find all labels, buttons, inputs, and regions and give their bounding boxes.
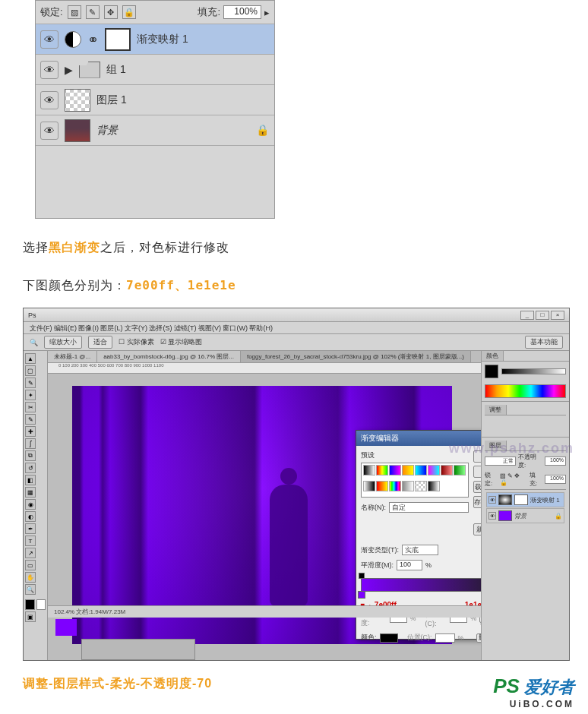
- lasso-tool-icon[interactable]: ✎: [25, 378, 36, 388]
- blur-tool-icon[interactable]: ◉: [25, 499, 36, 510]
- doc-tab[interactable]: 未标题-1 @...: [48, 351, 97, 362]
- eye-icon[interactable]: 👁: [488, 496, 496, 504]
- color-spectrum[interactable]: [485, 384, 566, 398]
- gradient-presets: [361, 463, 469, 498]
- mini-layer-row[interactable]: 👁 渐变映射 1: [486, 492, 564, 507]
- opacity-mini-input[interactable]: 100%: [545, 457, 566, 466]
- close-icon[interactable]: ×: [551, 311, 564, 320]
- opt-zoom-size[interactable]: 缩放大小: [44, 336, 82, 349]
- path-tool-icon[interactable]: ↗: [25, 548, 36, 558]
- gradient-tool-icon[interactable]: ▦: [25, 487, 36, 498]
- mini-adj-thumb: [498, 494, 512, 505]
- visibility-icon[interactable]: 👁: [40, 91, 58, 109]
- color-swatch[interactable]: [380, 633, 398, 643]
- canvas-area: 未标题-1 @... aab33_by_bombstock-d6g...jpg …: [48, 351, 481, 660]
- lock-paint-icon[interactable]: ✎: [86, 5, 100, 19]
- blend-mode-select[interactable]: 正常: [485, 457, 516, 466]
- visibility-icon[interactable]: 👁: [40, 122, 58, 140]
- mini-thumb[interactable]: [55, 619, 77, 636]
- tab-adjust[interactable]: 调整: [485, 405, 507, 415]
- move-tool-icon[interactable]: ▲: [25, 353, 36, 364]
- layer-name: 组 1: [106, 63, 126, 77]
- percent-label: %: [425, 561, 432, 569]
- minimize-icon[interactable]: _: [520, 311, 534, 320]
- lock-all-icon[interactable]: 🔒: [122, 5, 136, 19]
- gradient-preset[interactable]: [376, 481, 388, 491]
- history-brush-icon[interactable]: ↺: [25, 463, 36, 473]
- opt-fit[interactable]: 适合: [88, 336, 112, 349]
- dialog-title: 渐变编辑器: [361, 433, 399, 444]
- position-input-2[interactable]: [435, 633, 455, 643]
- opt-checkbox-thumb[interactable]: ☑ 显示缩略图: [160, 337, 203, 347]
- brush-tool-icon[interactable]: ʃ: [25, 438, 36, 449]
- horizontal-ruler: 0 100 200 300 400 500 600 700 800 900 10…: [48, 363, 481, 374]
- gradient-preset[interactable]: [389, 481, 401, 491]
- app-title: Ps: [28, 311, 36, 319]
- color-stop-left[interactable]: [358, 591, 365, 599]
- eyedropper-tool-icon[interactable]: ✎: [25, 414, 36, 425]
- heal-tool-icon[interactable]: ✚: [25, 426, 36, 437]
- layer-row-gradient-map[interactable]: 👁 ⚭ 渐变映射 1: [36, 24, 274, 55]
- visibility-icon[interactable]: 👁: [40, 30, 58, 49]
- doc-tab[interactable]: aab33_by_bombstock-d6g...jpg @ 16.7% 图层.…: [97, 351, 241, 362]
- gradient-preset[interactable]: [415, 465, 427, 475]
- gray-slider[interactable]: [501, 368, 566, 374]
- fill-dropdown-icon[interactable]: ▸: [264, 7, 270, 18]
- dodge-tool-icon[interactable]: ◐: [25, 511, 36, 522]
- fill-mini-label: 填充:: [530, 471, 542, 488]
- fg-swatch[interactable]: [485, 365, 498, 378]
- foreground-swatch[interactable]: [25, 599, 35, 610]
- link-icon[interactable]: ⚭: [87, 31, 99, 48]
- pen-tool-icon[interactable]: ✒: [25, 523, 36, 534]
- document-tabs: 未标题-1 @... aab33_by_bombstock-d6g...jpg …: [48, 351, 481, 363]
- background-swatch[interactable]: [36, 599, 46, 610]
- gradient-name-input[interactable]: 自定: [389, 502, 469, 513]
- stamp-tool-icon[interactable]: ⧉: [25, 450, 36, 461]
- gradient-preset[interactable]: [363, 481, 375, 491]
- layer-row-group[interactable]: 👁 ▶ 组 1: [36, 55, 274, 85]
- gradient-preset[interactable]: [402, 465, 414, 475]
- doc-tab-active[interactable]: foggy_forest_26_by_sacral_stock-d753kru.…: [241, 351, 471, 362]
- lock-icons-row[interactable]: ▨ ✎ ✥ 🔒: [500, 472, 527, 486]
- menu-bar[interactable]: 文件(F) 编辑(E) 图像(I) 图层(L) 文字(Y) 选择(S) 滤镜(T…: [24, 322, 569, 334]
- expand-triangle-icon[interactable]: ▶: [65, 64, 73, 76]
- opt-checkbox-actual[interactable]: ☐ 实际像素: [119, 337, 154, 347]
- fill-mini-input[interactable]: 100%: [545, 475, 566, 484]
- marquee-tool-icon[interactable]: ▢: [25, 365, 36, 376]
- lock-transparent-icon[interactable]: ▨: [68, 5, 81, 19]
- gradient-preset[interactable]: [415, 481, 427, 491]
- gradient-preset[interactable]: [402, 481, 414, 491]
- mini-layer-row[interactable]: 👁 背景 🔒: [486, 508, 564, 523]
- gradient-preset[interactable]: [454, 465, 466, 475]
- gradient-type-select[interactable]: 实底: [402, 545, 438, 555]
- fill-input[interactable]: 100%: [223, 5, 261, 19]
- smoothness-input[interactable]: 100: [397, 560, 422, 570]
- gradient-preset[interactable]: [389, 465, 401, 475]
- workspace-selector[interactable]: 基本功能: [525, 336, 563, 349]
- gradient-preset[interactable]: [428, 465, 440, 475]
- eye-icon[interactable]: 👁: [488, 512, 496, 520]
- zoom-tool-icon[interactable]: 🔍: [25, 584, 36, 595]
- gradient-preset[interactable]: [376, 465, 388, 475]
- type-tool-icon[interactable]: T: [25, 536, 36, 546]
- opacity-stop-left[interactable]: [359, 573, 365, 579]
- gradient-preset[interactable]: [363, 465, 375, 475]
- tool-preset-icon[interactable]: 🔍: [30, 339, 38, 346]
- layer-row-layer1[interactable]: 👁 图层 1: [36, 85, 274, 115]
- layer-row-background[interactable]: 👁 背景 🔒: [36, 115, 274, 146]
- gradient-preset[interactable]: [441, 465, 453, 475]
- annotation-1: 选择黑白渐变之后，对色标进行修改: [23, 240, 229, 256]
- crop-tool-icon[interactable]: ✂: [25, 402, 36, 412]
- maximize-icon[interactable]: □: [536, 311, 549, 320]
- shape-tool-icon[interactable]: ▭: [25, 560, 36, 570]
- mini-layer-name: 背景: [514, 512, 526, 520]
- hand-tool-icon[interactable]: ✋: [25, 572, 36, 583]
- screen-mode-icon[interactable]: ▣: [25, 611, 36, 622]
- wand-tool-icon[interactable]: ✦: [25, 390, 36, 400]
- visibility-icon[interactable]: 👁: [40, 61, 58, 79]
- lock-position-icon[interactable]: ✥: [104, 5, 118, 19]
- layer-mask-thumb[interactable]: [105, 28, 131, 51]
- gradient-preset[interactable]: [428, 481, 440, 491]
- eraser-tool-icon[interactable]: ◧: [25, 475, 36, 485]
- tab-color[interactable]: 颜色: [482, 351, 504, 361]
